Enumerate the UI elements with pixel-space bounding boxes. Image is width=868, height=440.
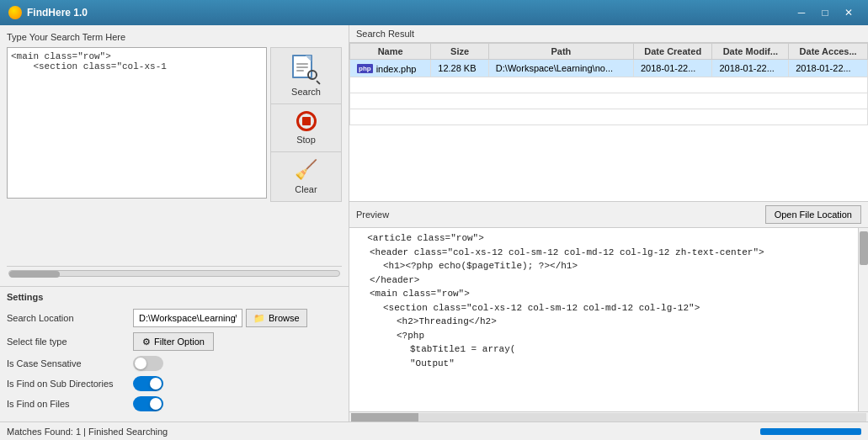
- cell-name: php index.php: [350, 60, 431, 77]
- toggle-knob: [135, 358, 146, 369]
- browse-label: Browse: [269, 313, 300, 323]
- results-data-table: Name Size Path Date Created Date Modif..…: [349, 43, 868, 125]
- settings-row-files: Is Find on Files: [7, 396, 342, 411]
- case-sensitive-toggle[interactable]: [133, 356, 163, 371]
- filter-option-button[interactable]: ⚙ Filter Option: [133, 332, 214, 351]
- search-icon: [292, 55, 321, 83]
- folder-icon: 📁: [253, 313, 265, 324]
- clear-button-label: Clear: [295, 184, 317, 194]
- col-size: Size: [431, 44, 489, 60]
- toggle-knob: [150, 398, 162, 410]
- app-title: FindHere 1.0: [27, 7, 791, 19]
- col-name: Name: [350, 44, 431, 60]
- col-path: Path: [488, 44, 633, 60]
- settings-title: Settings: [7, 292, 342, 302]
- open-file-location-button[interactable]: Open File Location: [765, 205, 861, 224]
- minimize-button[interactable]: ─: [791, 4, 812, 21]
- search-button[interactable]: Search: [270, 47, 342, 103]
- table-row[interactable]: [350, 77, 868, 93]
- scrollbar-thumb: [860, 231, 868, 265]
- cell-date-modified: 2018-01-22...: [712, 60, 789, 77]
- settings-row-filetype: Select file type ⚙ Filter Option: [7, 332, 342, 351]
- settings-files-label: Is Find on Files: [7, 399, 133, 409]
- preview-line: <h2>Threading</h2>: [397, 315, 851, 329]
- search-area: <main class="row"> <section class="col-x…: [7, 47, 342, 266]
- right-panel: Search Result Name Size Path Date Create…: [349, 25, 868, 421]
- search-section-title: Type Your Search Term Here: [7, 32, 342, 42]
- preview-section: Preview Open File Location <article clas…: [349, 202, 868, 421]
- status-text: Matches Found: 1 | Finished Searching: [7, 427, 760, 437]
- cell-date-created: 2018-01-22...: [633, 60, 711, 77]
- php-icon: php: [357, 64, 373, 73]
- col-date-accessed: Date Acces...: [789, 44, 868, 60]
- settings-case-label: Is Case Sensative: [7, 358, 133, 368]
- results-table: Name Size Path Date Created Date Modif..…: [349, 43, 868, 201]
- filter-icon: ⚙: [142, 337, 151, 347]
- subdirs-toggle[interactable]: [133, 376, 163, 391]
- preview-line: "Output": [410, 357, 851, 371]
- results-title: Search Result: [349, 25, 868, 43]
- preview-horizontal-scrollbar[interactable]: [349, 411, 868, 421]
- preview-vertical-scrollbar[interactable]: [858, 228, 868, 411]
- action-buttons: Search Stop 🧹 Clear: [270, 47, 342, 266]
- search-button-label: Search: [291, 87, 321, 97]
- left-panel: Type Your Search Term Here <main class="…: [0, 25, 349, 421]
- preview-header: Preview Open File Location: [349, 202, 868, 228]
- settings-filetype-label: Select file type: [7, 337, 133, 347]
- preview-content: <article class="row"> <header class="col…: [349, 228, 858, 411]
- filter-label: Filter Option: [154, 337, 205, 347]
- stop-button-label: Stop: [296, 135, 316, 145]
- toggle-knob: [150, 378, 162, 390]
- settings-location-label: Search Location: [7, 313, 133, 323]
- statusbar: Matches Found: 1 | Finished Searching: [0, 421, 868, 440]
- stop-icon: [296, 111, 317, 131]
- preview-line: </header>: [370, 273, 851, 288]
- preview-line: $tabTitle1 = array(: [410, 342, 851, 357]
- restore-button[interactable]: □: [814, 4, 836, 21]
- titlebar: FindHere 1.0 ─ □ ✕: [0, 0, 868, 25]
- main-content: Type Your Search Term Here <main class="…: [0, 25, 868, 421]
- hscroll-track: [351, 413, 866, 421]
- settings-section: Settings Search Location 📁 Browse Select…: [0, 286, 349, 421]
- search-scrollbar[interactable]: [7, 266, 342, 279]
- table-row[interactable]: php index.php 12.28 KB D:\Workspace\Lear…: [350, 60, 868, 77]
- preview-line: <section class="col-xs-12 col-sm-12 col-…: [383, 301, 851, 315]
- scrollbar-thumb: [9, 271, 60, 278]
- col-date-modified: Date Modif...: [712, 44, 789, 60]
- settings-row-location: Search Location 📁 Browse: [7, 309, 342, 327]
- preview-line: <h1><?php echo($pageTitle); ?></h1>: [383, 259, 851, 273]
- preview-line: <article class="row">: [356, 231, 851, 246]
- settings-subdirs-label: Is Find on Sub Directories: [7, 379, 133, 389]
- stop-button[interactable]: Stop: [270, 103, 342, 151]
- table-row[interactable]: [350, 93, 868, 109]
- preview-line: <?php: [397, 329, 851, 343]
- search-input[interactable]: <main class="row"> <section class="col-x…: [7, 47, 267, 199]
- search-location-input[interactable]: [133, 309, 242, 327]
- preview-line: <main class="row">: [370, 287, 851, 301]
- preview-title: Preview: [356, 209, 389, 220]
- broom-icon: 🧹: [295, 159, 317, 181]
- preview-area: <article class="row"> <header class="col…: [349, 228, 868, 411]
- col-date-created: Date Created: [633, 44, 711, 60]
- cell-path: D:\Workspace\Learning\no...: [488, 60, 633, 77]
- hscroll-thumb: [351, 413, 418, 421]
- results-section: Search Result Name Size Path Date Create…: [349, 25, 868, 202]
- browse-button[interactable]: 📁 Browse: [246, 309, 307, 327]
- settings-row-case: Is Case Sensative: [7, 356, 342, 371]
- search-section: Type Your Search Term Here <main class="…: [0, 25, 349, 286]
- statusbar-progress: [760, 428, 861, 435]
- window-controls: ─ □ ✕: [791, 4, 860, 21]
- file-name: index.php: [376, 64, 417, 74]
- files-toggle[interactable]: [133, 396, 163, 411]
- cell-date-accessed: 2018-01-22...: [789, 60, 868, 77]
- app-icon: [8, 6, 22, 19]
- close-button[interactable]: ✕: [838, 4, 860, 21]
- settings-row-subdirs: Is Find on Sub Directories: [7, 376, 342, 391]
- cell-size: 12.28 KB: [431, 60, 489, 77]
- preview-line: <header class="col-xs-12 col-sm-12 col-m…: [370, 246, 851, 260]
- clear-button[interactable]: 🧹 Clear: [270, 151, 342, 202]
- table-row[interactable]: [350, 109, 868, 125]
- scrollbar-track: [8, 270, 340, 277]
